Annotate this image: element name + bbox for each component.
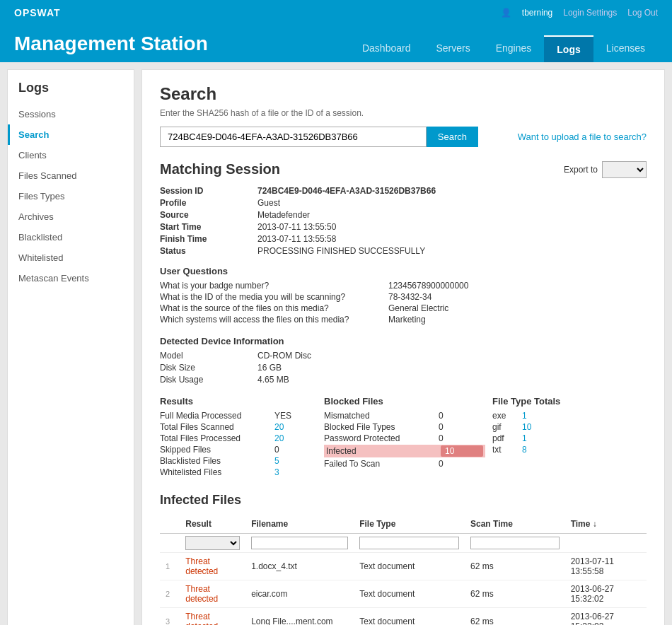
source-label: Source xyxy=(160,210,252,220)
sidebar-item-blacklisted[interactable]: Blacklisted xyxy=(8,227,134,247)
top-bar-left: OPSWAT xyxy=(14,7,61,18)
row-time: 2013-07-11 13:55:58 xyxy=(565,553,647,580)
filter-time-cell xyxy=(565,534,647,553)
nav-engines[interactable]: Engines xyxy=(483,35,545,62)
filter-scantime-cell xyxy=(465,534,565,553)
results-val-0: YES xyxy=(274,411,317,421)
th-result: Result xyxy=(180,515,245,534)
row-filename: 1.docx_4.txt xyxy=(245,553,354,580)
page-title: Search xyxy=(160,84,647,104)
filter-filetype-cell xyxy=(354,534,465,553)
file-type-totals-title: File Type Totals xyxy=(492,396,647,407)
results-val-1[interactable]: 20 xyxy=(274,422,317,432)
filetype-filter-input[interactable] xyxy=(359,537,459,549)
opswat-logo: OPSWAT xyxy=(14,7,61,18)
th-time[interactable]: Time ↓ xyxy=(565,515,647,534)
ft-val-3[interactable]: 8 xyxy=(522,445,550,455)
logout-link[interactable]: Log Out xyxy=(627,8,658,18)
username: tberning xyxy=(522,8,552,18)
results-val-3: 0 xyxy=(274,445,317,455)
session-id-label: Session ID xyxy=(160,186,252,196)
filter-filename-cell xyxy=(245,534,354,553)
sidebar-item-sessions[interactable]: Sessions xyxy=(8,104,134,124)
row-scan-time: 62 ms xyxy=(465,553,565,580)
start-time-label: Start Time xyxy=(160,222,252,232)
results-val-2[interactable]: 20 xyxy=(274,433,317,443)
ft-row-2: pdf 1 xyxy=(492,433,647,443)
row-result[interactable]: Threat detected xyxy=(180,553,245,580)
sidebar-item-files-types[interactable]: Files Types xyxy=(8,186,134,206)
sidebar-item-metascan-events[interactable]: Metascan Events xyxy=(8,268,134,288)
sidebar-item-whitelisted[interactable]: Whitelisted xyxy=(8,247,134,268)
search-button[interactable]: Search xyxy=(427,127,478,147)
threat-detected-link[interactable]: Threat detected xyxy=(185,556,218,576)
user-questions-section: User Questions What is your badge number… xyxy=(160,266,647,325)
qa-question-2: What is the ID of the media you will be … xyxy=(160,292,386,302)
row-filename: eicar.com xyxy=(245,580,354,608)
disk-size-value: 16 GB xyxy=(257,363,647,373)
scantime-filter-input[interactable] xyxy=(470,537,560,549)
login-settings-link[interactable]: Login Settings xyxy=(563,8,617,18)
upload-link[interactable]: Want to upload a file to search? xyxy=(518,132,647,142)
threat-detected-link[interactable]: Threat detected xyxy=(185,612,218,625)
row-filename: Long File....ment.com xyxy=(245,608,354,626)
row-result[interactable]: Threat detected xyxy=(180,580,245,608)
ft-val-0[interactable]: 1 xyxy=(522,411,550,421)
table-row: 1 Threat detected 1.docx_4.txt Text docu… xyxy=(160,553,647,580)
ft-val-2[interactable]: 1 xyxy=(522,433,550,443)
results-label-5: Whitelisted Files xyxy=(160,467,273,477)
blocked-val-3: 10 xyxy=(441,445,483,457)
ft-type-2: pdf xyxy=(492,433,521,443)
nav-licenses[interactable]: Licenses xyxy=(593,35,658,62)
infected-files-table: Result Filename File Type Scan Time Time… xyxy=(160,515,647,625)
infected-files-table-wrapper: Result Filename File Type Scan Time Time… xyxy=(160,515,647,625)
profile-value: Guest xyxy=(257,198,647,208)
blocked-row-0: Mismatched 0 xyxy=(324,411,485,421)
sidebar-item-clients[interactable]: Clients xyxy=(8,145,134,165)
result-filter-select[interactable] xyxy=(185,536,240,550)
nav-servers[interactable]: Servers xyxy=(423,35,482,62)
results-val-4[interactable]: 5 xyxy=(274,456,317,466)
search-section: Search Want to upload a file to search? xyxy=(160,127,647,147)
filename-filter-input[interactable] xyxy=(251,537,348,549)
status-value: PROCESSING FINISHED SUCCESSFULLY xyxy=(257,246,647,256)
table-row: 2 Threat detected eicar.com Text documen… xyxy=(160,580,647,608)
results-section: Results Full Media Processed YES Total F… xyxy=(160,396,647,479)
row-filetype: Text document xyxy=(354,553,465,580)
session-id-value: 724BC4E9-D046-4EFA-A3AD-31526DB37B66 xyxy=(257,186,647,196)
search-input[interactable] xyxy=(160,127,427,147)
sidebar-item-search[interactable]: Search xyxy=(8,124,134,145)
qa-row-4: Which systems will access the files on t… xyxy=(160,315,647,325)
layout: Logs Sessions Search Clients Files Scann… xyxy=(0,62,672,625)
qa-row-3: What is the source of the files on this … xyxy=(160,303,647,313)
ft-val-1[interactable]: 10 xyxy=(522,422,550,432)
row-result[interactable]: Threat detected xyxy=(180,608,245,626)
row-time: 2013-06-27 15:32:02 xyxy=(565,580,647,608)
qa-question-4: Which systems will access the files on t… xyxy=(160,315,386,325)
results-val-5[interactable]: 3 xyxy=(274,467,317,477)
sidebar-item-files-scanned[interactable]: Files Scanned xyxy=(8,165,134,186)
sidebar-title: Logs xyxy=(8,81,134,104)
top-bar-right: 👤 tberning Login Settings Log Out xyxy=(501,8,658,18)
blocked-row-4: Failed To Scan 0 xyxy=(324,459,485,469)
results-label-1: Total Files Scanned xyxy=(160,422,273,432)
nav-logs[interactable]: Logs xyxy=(544,35,593,62)
th-filetype: File Type xyxy=(354,515,465,534)
start-time-value: 2013-07-11 13:55:50 xyxy=(257,222,647,232)
nav-dashboard[interactable]: Dashboard xyxy=(349,35,424,62)
top-bar: OPSWAT 👤 tberning Login Settings Log Out xyxy=(0,0,672,25)
export-select[interactable]: CSV PDF xyxy=(602,161,647,178)
session-grid: Session ID 724BC4E9-D046-4EFA-A3AD-31526… xyxy=(160,186,647,256)
search-form: Search xyxy=(160,127,478,147)
filter-num xyxy=(160,534,180,553)
blocked-files-col: Blocked Files Mismatched 0 Blocked File … xyxy=(324,396,485,479)
matching-session: Export to CSV PDF Matching Session xyxy=(160,161,647,186)
table-header-row: Result Filename File Type Scan Time Time… xyxy=(160,515,647,534)
results-row-0: Full Media Processed YES xyxy=(160,411,317,421)
results-col: Results Full Media Processed YES Total F… xyxy=(160,396,317,479)
ft-type-3: txt xyxy=(492,445,521,455)
profile-label: Profile xyxy=(160,198,252,208)
sidebar-item-archives[interactable]: Archives xyxy=(8,206,134,227)
header: Management Station Dashboard Servers Eng… xyxy=(0,25,672,62)
threat-detected-link[interactable]: Threat detected xyxy=(185,584,218,604)
